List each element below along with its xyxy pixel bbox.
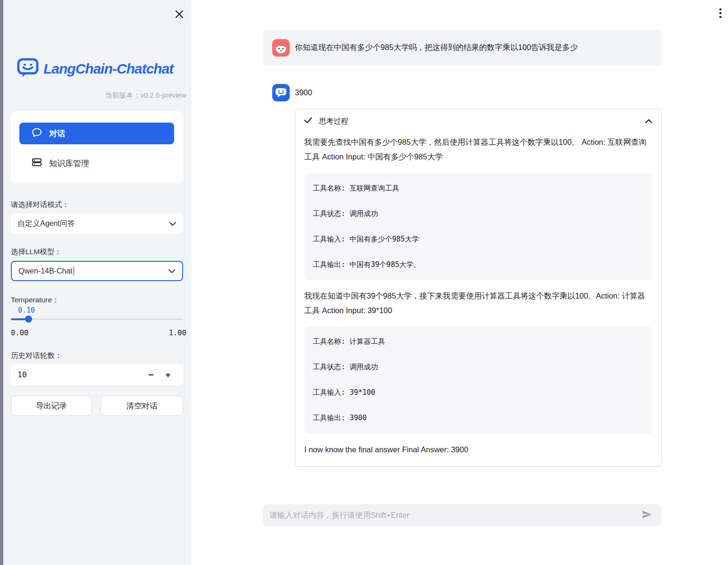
thought-paragraph-1: 我需要先查找中国有多少个985大学，然后使用计算器工具将这个数字乘以100。 A… bbox=[304, 135, 653, 164]
sidebar-item-dialogue[interactable]: 对话 bbox=[19, 123, 174, 144]
close-icon bbox=[174, 13, 185, 21]
temperature-value: 0.10 bbox=[18, 306, 35, 315]
check-icon bbox=[304, 117, 312, 125]
llm-model-select[interactable]: Qwen-14B-Chat bbox=[11, 261, 183, 281]
temperature-max: 1.00 bbox=[169, 329, 186, 337]
nav-card: 对话 知识库管理 bbox=[11, 111, 183, 183]
send-button[interactable] bbox=[639, 507, 655, 523]
text-cursor bbox=[74, 266, 74, 275]
sidebar-item-knowledge-base[interactable]: 知识库管理 bbox=[19, 154, 174, 173]
sidebar-close-button[interactable] bbox=[174, 8, 185, 20]
llm-model-label: 选择LLM模型： bbox=[11, 247, 181, 257]
tool-name-line: 工具名称: 计算器工具 bbox=[313, 337, 644, 346]
user-message-text: 你知道现在中国有多少个985大学吗，把这得到的结果的数字乘以100告诉我是多少 bbox=[295, 30, 578, 66]
tool-status-line: 工具状态: 调用成功 bbox=[313, 209, 644, 218]
thinking-process-expander: 思考过程 我需要先查找中国有多少个985大学，然后使用计算器工具将这个数字乘以1… bbox=[295, 108, 661, 467]
user-message-row: 你知道现在中国有多少个985大学吗，把这得到的结果的数字乘以100告诉我是多少 bbox=[263, 30, 661, 66]
assistant-avatar bbox=[272, 84, 290, 101]
slider-thumb[interactable] bbox=[25, 316, 32, 323]
chevron-down-icon bbox=[168, 267, 176, 275]
expander-title: 思考过程 bbox=[319, 116, 348, 126]
final-answer-line: I now know the final answer Final Answer… bbox=[304, 445, 653, 454]
main-menu-button[interactable] bbox=[715, 7, 726, 19]
window-edge-strip bbox=[0, 0, 3, 565]
expander-header[interactable]: 思考过程 bbox=[295, 109, 661, 133]
tool-input-line: 工具输入: 中国有多少个985大学 bbox=[313, 235, 644, 243]
tool-status-line: 工具状态: 调用成功 bbox=[313, 363, 644, 371]
clear-dialogue-button[interactable]: 清空对话 bbox=[100, 396, 183, 416]
tool-output-line: 工具输出: 3900 bbox=[313, 414, 644, 422]
chatchat-logo-icon bbox=[17, 58, 39, 80]
sidebar: LangChain-Chatchat 当前版本：v0.2.6-preview 对… bbox=[3, 0, 192, 565]
tool-call-block-1: 工具名称: 互联网查询工具 工具状态: 调用成功 工具输入: 中国有多少个985… bbox=[304, 174, 652, 280]
history-rounds-input[interactable]: 10 − + bbox=[11, 364, 183, 385]
assistant-answer-text: 3900 bbox=[295, 84, 312, 101]
thought-paragraph-2: 我现在知道中国有39个985大学，接下来我需要使用计算器工具将这个数字乘以100… bbox=[304, 289, 653, 318]
kebab-menu-icon bbox=[715, 13, 726, 21]
temperature-label: Temperature： bbox=[11, 295, 181, 305]
database-icon bbox=[32, 158, 42, 169]
temperature-slider[interactable] bbox=[11, 318, 183, 320]
app-logo-text: LangChain-Chatchat bbox=[43, 61, 173, 77]
app-logo: LangChain-Chatchat bbox=[17, 58, 182, 80]
app-root: LangChain-Chatchat 当前版本：v0.2.6-preview 对… bbox=[0, 0, 728, 565]
tool-input-line: 工具输入: 39*100 bbox=[313, 388, 644, 397]
chat-input[interactable] bbox=[269, 511, 639, 520]
dialog-mode-label: 请选择对话模式： bbox=[11, 200, 181, 210]
temperature-min: 0.00 bbox=[11, 329, 28, 337]
send-icon bbox=[641, 509, 653, 522]
chevron-up-icon bbox=[645, 117, 653, 125]
tool-call-block-2: 工具名称: 计算器工具 工具状态: 调用成功 工具输入: 39*100 工具输出… bbox=[304, 327, 652, 433]
dialog-mode-select[interactable]: 自定义Agent问答 bbox=[11, 214, 183, 234]
sidebar-item-label: 对话 bbox=[49, 128, 65, 139]
chat-input-container bbox=[263, 504, 661, 526]
history-rounds-label: 历史对话轮数： bbox=[11, 351, 181, 361]
version-label: 当前版本：v0.2.6-preview bbox=[12, 91, 186, 100]
dialog-mode-value: 自定义Agent问答 bbox=[17, 219, 169, 229]
tool-name-line: 工具名称: 互联网查询工具 bbox=[313, 184, 644, 192]
history-rounds-value: 10 bbox=[17, 370, 142, 379]
export-records-button[interactable]: 导出记录 bbox=[11, 396, 92, 416]
sidebar-item-label: 知识库管理 bbox=[49, 158, 89, 169]
llm-model-value: Qwen-14B-Chat bbox=[18, 266, 168, 275]
decrement-button[interactable]: − bbox=[142, 364, 159, 385]
chat-bubble-icon bbox=[32, 128, 42, 140]
increment-button[interactable]: + bbox=[159, 364, 176, 385]
chevron-down-icon bbox=[169, 220, 176, 228]
tool-output-line: 工具输出: 中国有39个985大学。 bbox=[313, 260, 644, 269]
user-avatar bbox=[272, 39, 290, 57]
